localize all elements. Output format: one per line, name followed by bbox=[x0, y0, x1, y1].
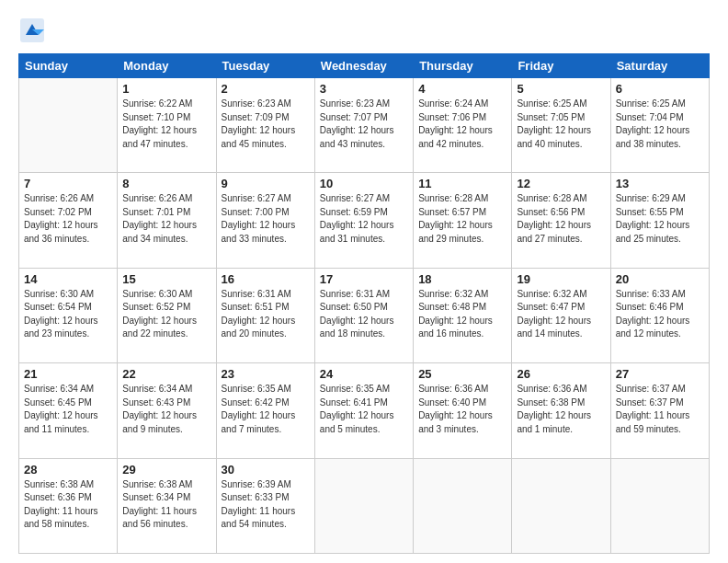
day-number: 11 bbox=[418, 177, 506, 190]
day-number: 19 bbox=[517, 272, 605, 286]
calendar-table: SundayMondayTuesdayWednesdayThursdayFrid… bbox=[18, 53, 710, 554]
day-cell: 19Sunrise: 6:32 AM Sunset: 6:47 PM Dayli… bbox=[512, 268, 610, 362]
day-number: 3 bbox=[320, 82, 408, 96]
day-cell: 14Sunrise: 6:30 AM Sunset: 6:54 PM Dayli… bbox=[19, 268, 118, 362]
day-cell: 24Sunrise: 6:35 AM Sunset: 6:41 PM Dayli… bbox=[314, 363, 413, 458]
day-cell bbox=[610, 458, 709, 553]
week-row-1: 7Sunrise: 6:26 AM Sunset: 7:02 PM Daylig… bbox=[19, 173, 710, 268]
day-number: 26 bbox=[517, 367, 605, 381]
day-number: 15 bbox=[122, 272, 210, 286]
day-number: 1 bbox=[122, 82, 210, 96]
day-number: 2 bbox=[222, 82, 310, 96]
day-info: Sunrise: 6:30 AM Sunset: 6:52 PM Dayligh… bbox=[122, 288, 210, 341]
weekday-header-row: SundayMondayTuesdayWednesdayThursdayFrid… bbox=[19, 54, 710, 78]
day-info: Sunrise: 6:36 AM Sunset: 6:40 PM Dayligh… bbox=[418, 383, 506, 436]
weekday-sunday: Sunday bbox=[19, 54, 118, 78]
day-number: 28 bbox=[24, 463, 112, 477]
day-number: 30 bbox=[222, 463, 310, 477]
weekday-friday: Friday bbox=[512, 54, 610, 78]
weekday-thursday: Thursday bbox=[414, 54, 512, 78]
day-info: Sunrise: 6:38 AM Sunset: 6:36 PM Dayligh… bbox=[24, 478, 112, 532]
day-info: Sunrise: 6:28 AM Sunset: 6:56 PM Dayligh… bbox=[517, 192, 605, 246]
day-cell: 22Sunrise: 6:34 AM Sunset: 6:43 PM Dayli… bbox=[118, 363, 216, 458]
day-cell: 28Sunrise: 6:38 AM Sunset: 6:36 PM Dayli… bbox=[19, 458, 118, 553]
day-cell: 20Sunrise: 6:33 AM Sunset: 6:46 PM Dayli… bbox=[610, 268, 709, 362]
day-cell: 16Sunrise: 6:31 AM Sunset: 6:51 PM Dayli… bbox=[216, 268, 314, 362]
day-number: 4 bbox=[418, 82, 506, 96]
day-info: Sunrise: 6:35 AM Sunset: 6:42 PM Dayligh… bbox=[222, 383, 310, 436]
day-info: Sunrise: 6:23 AM Sunset: 7:07 PM Dayligh… bbox=[320, 98, 408, 151]
day-number: 20 bbox=[616, 272, 704, 286]
day-number: 25 bbox=[418, 367, 506, 381]
day-cell: 29Sunrise: 6:38 AM Sunset: 6:34 PM Dayli… bbox=[118, 458, 216, 553]
week-row-0: 1Sunrise: 6:22 AM Sunset: 7:10 PM Daylig… bbox=[19, 78, 710, 173]
day-number: 14 bbox=[24, 272, 112, 286]
day-number: 12 bbox=[517, 177, 605, 190]
day-info: Sunrise: 6:32 AM Sunset: 6:47 PM Dayligh… bbox=[517, 288, 605, 341]
day-cell bbox=[19, 78, 118, 173]
day-number: 7 bbox=[24, 177, 112, 190]
day-info: Sunrise: 6:37 AM Sunset: 6:37 PM Dayligh… bbox=[616, 383, 704, 436]
day-info: Sunrise: 6:22 AM Sunset: 7:10 PM Dayligh… bbox=[122, 98, 210, 151]
day-info: Sunrise: 6:31 AM Sunset: 6:50 PM Dayligh… bbox=[320, 288, 408, 341]
day-info: Sunrise: 6:32 AM Sunset: 6:48 PM Dayligh… bbox=[418, 288, 506, 341]
day-cell: 18Sunrise: 6:32 AM Sunset: 6:48 PM Dayli… bbox=[414, 268, 512, 362]
day-cell: 17Sunrise: 6:31 AM Sunset: 6:50 PM Dayli… bbox=[314, 268, 413, 362]
day-cell: 21Sunrise: 6:34 AM Sunset: 6:45 PM Dayli… bbox=[19, 363, 118, 458]
weekday-wednesday: Wednesday bbox=[314, 54, 413, 78]
weekday-saturday: Saturday bbox=[610, 54, 709, 78]
day-info: Sunrise: 6:35 AM Sunset: 6:41 PM Dayligh… bbox=[320, 383, 408, 436]
day-cell: 9Sunrise: 6:27 AM Sunset: 7:00 PM Daylig… bbox=[216, 173, 314, 268]
day-info: Sunrise: 6:30 AM Sunset: 6:54 PM Dayligh… bbox=[24, 288, 112, 341]
day-cell: 3Sunrise: 6:23 AM Sunset: 7:07 PM Daylig… bbox=[314, 78, 413, 173]
day-info: Sunrise: 6:33 AM Sunset: 6:46 PM Dayligh… bbox=[616, 288, 704, 341]
day-number: 18 bbox=[418, 272, 506, 286]
day-info: Sunrise: 6:34 AM Sunset: 6:45 PM Dayligh… bbox=[24, 383, 112, 436]
day-info: Sunrise: 6:27 AM Sunset: 6:59 PM Dayligh… bbox=[320, 192, 408, 246]
day-cell: 12Sunrise: 6:28 AM Sunset: 6:56 PM Dayli… bbox=[512, 173, 610, 268]
day-number: 27 bbox=[616, 367, 704, 381]
day-info: Sunrise: 6:24 AM Sunset: 7:06 PM Dayligh… bbox=[418, 98, 506, 151]
day-cell: 7Sunrise: 6:26 AM Sunset: 7:02 PM Daylig… bbox=[19, 173, 118, 268]
day-number: 21 bbox=[24, 367, 112, 381]
weekday-monday: Monday bbox=[118, 54, 216, 78]
day-number: 23 bbox=[222, 367, 310, 381]
day-info: Sunrise: 6:31 AM Sunset: 6:51 PM Dayligh… bbox=[222, 288, 310, 341]
day-info: Sunrise: 6:28 AM Sunset: 6:57 PM Dayligh… bbox=[418, 192, 506, 246]
day-cell: 23Sunrise: 6:35 AM Sunset: 6:42 PM Dayli… bbox=[216, 363, 314, 458]
day-cell: 10Sunrise: 6:27 AM Sunset: 6:59 PM Dayli… bbox=[314, 173, 413, 268]
logo-icon bbox=[18, 17, 46, 44]
day-number: 16 bbox=[222, 272, 310, 286]
day-cell: 25Sunrise: 6:36 AM Sunset: 6:40 PM Dayli… bbox=[414, 363, 512, 458]
day-cell: 1Sunrise: 6:22 AM Sunset: 7:10 PM Daylig… bbox=[118, 78, 216, 173]
day-cell: 30Sunrise: 6:39 AM Sunset: 6:33 PM Dayli… bbox=[216, 458, 314, 553]
day-info: Sunrise: 6:25 AM Sunset: 7:05 PM Dayligh… bbox=[517, 98, 605, 151]
weekday-tuesday: Tuesday bbox=[216, 54, 314, 78]
day-number: 5 bbox=[517, 82, 605, 96]
day-number: 13 bbox=[616, 177, 704, 190]
day-number: 17 bbox=[320, 272, 408, 286]
day-cell: 15Sunrise: 6:30 AM Sunset: 6:52 PM Dayli… bbox=[118, 268, 216, 362]
day-info: Sunrise: 6:26 AM Sunset: 7:01 PM Dayligh… bbox=[122, 192, 210, 246]
week-row-3: 21Sunrise: 6:34 AM Sunset: 6:45 PM Dayli… bbox=[19, 363, 710, 458]
day-info: Sunrise: 6:39 AM Sunset: 6:33 PM Dayligh… bbox=[222, 478, 310, 532]
week-row-2: 14Sunrise: 6:30 AM Sunset: 6:54 PM Dayli… bbox=[19, 268, 710, 362]
day-cell: 4Sunrise: 6:24 AM Sunset: 7:06 PM Daylig… bbox=[414, 78, 512, 173]
day-number: 9 bbox=[222, 177, 310, 190]
day-info: Sunrise: 6:38 AM Sunset: 6:34 PM Dayligh… bbox=[122, 478, 210, 532]
logo bbox=[18, 17, 51, 44]
day-cell: 6Sunrise: 6:25 AM Sunset: 7:04 PM Daylig… bbox=[610, 78, 709, 173]
day-info: Sunrise: 6:26 AM Sunset: 7:02 PM Dayligh… bbox=[24, 192, 112, 246]
day-cell: 5Sunrise: 6:25 AM Sunset: 7:05 PM Daylig… bbox=[512, 78, 610, 173]
day-number: 6 bbox=[616, 82, 704, 96]
header bbox=[18, 17, 710, 44]
day-cell: 11Sunrise: 6:28 AM Sunset: 6:57 PM Dayli… bbox=[414, 173, 512, 268]
day-cell: 26Sunrise: 6:36 AM Sunset: 6:38 PM Dayli… bbox=[512, 363, 610, 458]
day-number: 8 bbox=[122, 177, 210, 190]
day-cell: 27Sunrise: 6:37 AM Sunset: 6:37 PM Dayli… bbox=[610, 363, 709, 458]
day-number: 22 bbox=[122, 367, 210, 381]
calendar-page: SundayMondayTuesdayWednesdayThursdayFrid… bbox=[0, 0, 728, 563]
day-info: Sunrise: 6:34 AM Sunset: 6:43 PM Dayligh… bbox=[122, 383, 210, 436]
day-info: Sunrise: 6:27 AM Sunset: 7:00 PM Dayligh… bbox=[222, 192, 310, 246]
day-cell bbox=[414, 458, 512, 553]
